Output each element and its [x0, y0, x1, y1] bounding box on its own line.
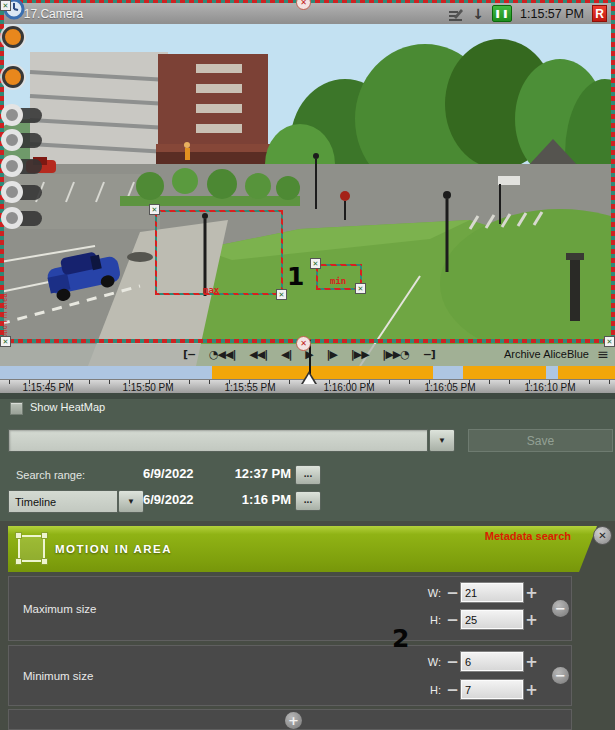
height-label: H:: [419, 614, 441, 626]
increment-button[interactable]: +: [524, 681, 539, 699]
playback-time: 1:15:57 PM: [520, 7, 584, 21]
save-button[interactable]: Save: [468, 429, 613, 452]
min-width-input[interactable]: [460, 651, 524, 672]
panel-title: MOTION IN AREA: [55, 543, 172, 555]
from-date: 6/9/2022: [143, 466, 194, 482]
next-event-button[interactable]: |▶▶◔: [382, 344, 409, 366]
search-mode-dropdown-icon[interactable]: ▼: [118, 490, 144, 513]
increment-button[interactable]: +: [524, 653, 539, 671]
to-date-browse-button[interactable]: ...: [295, 491, 321, 511]
annotation-2: 2: [392, 624, 409, 653]
region-handle-bl[interactable]: ✕: [0, 336, 11, 347]
stream-toggle-active-2[interactable]: [2, 66, 24, 88]
min-rect-handle-tl[interactable]: ✕: [310, 258, 321, 269]
video-frame: [0, 24, 615, 366]
search-to-datetime: 6/9/2022 1:16 PM: [143, 492, 291, 508]
min-height-input[interactable]: [460, 679, 524, 700]
minimum-size-row: Minimum size W: − + H: − + −: [8, 645, 572, 706]
increment-button[interactable]: +: [524, 584, 539, 602]
region-delete-icon-bottom[interactable]: ✕: [296, 336, 311, 351]
recording-segment: [463, 366, 546, 379]
tick-label: 1:15:55 PM: [205, 382, 295, 393]
min-rect-handle-br[interactable]: ✕: [355, 283, 366, 294]
min-rect-label: min: [330, 276, 346, 286]
max-rect-label: max: [203, 285, 219, 295]
area-select-icon: [18, 535, 45, 562]
jump-end-button[interactable]: −]: [423, 344, 435, 366]
decrement-button[interactable]: −: [445, 653, 460, 671]
max-width-input[interactable]: [460, 582, 524, 603]
region-handle-tl[interactable]: ✕: [0, 0, 11, 11]
camera-view[interactable]: ▽ 17.Camera ↓ ❚❚ 1:15:57 PM R Motion in …: [0, 0, 615, 366]
stream-toggle-2[interactable]: [0, 129, 46, 151]
search-from-datetime: 6/9/2022 12:37 PM: [143, 466, 291, 482]
tick-label: 1:15:45 PM: [3, 382, 93, 393]
record-badge: R: [592, 5, 607, 22]
max-height-input[interactable]: [460, 609, 524, 630]
jump-start-button[interactable]: [−: [183, 344, 195, 366]
archive-name[interactable]: Archive AliceBlue: [504, 348, 589, 360]
pause-button[interactable]: ❚❚: [492, 5, 512, 22]
export-icon[interactable]: ↓: [472, 6, 484, 22]
max-size-rect[interactable]: [155, 210, 283, 295]
playhead-marker-fill: [303, 374, 315, 384]
stream-toggle-3[interactable]: [0, 155, 46, 177]
row-label: Minimum size: [23, 670, 93, 682]
stream-toggle-4[interactable]: [0, 181, 46, 203]
width-label: W:: [419, 587, 441, 599]
width-label: W:: [419, 656, 441, 668]
metadata-search-tag: Metadata search: [485, 530, 571, 542]
remove-row-button[interactable]: −: [552, 600, 569, 617]
max-rect-handle-tl[interactable]: ✕: [149, 204, 160, 215]
max-rect-handle-br[interactable]: ✕: [276, 289, 287, 300]
search-range-label: Search range:: [16, 469, 85, 481]
to-time: 1:16 PM: [242, 492, 291, 508]
show-heatmap-checkbox[interactable]: [10, 402, 23, 415]
from-date-browse-button[interactable]: ...: [295, 465, 321, 485]
recording-segment: [212, 366, 433, 379]
decrement-button[interactable]: −: [445, 681, 460, 699]
annotation-1: 1: [287, 262, 304, 291]
decrement-button[interactable]: −: [445, 611, 460, 629]
metadata-search-panel: MOTION IN AREA Metadata search ✕ Maximum…: [0, 521, 615, 730]
decrement-button[interactable]: −: [445, 584, 460, 602]
region-border-right: [611, 0, 615, 344]
stream-toggle-1[interactable]: [0, 104, 46, 126]
show-heatmap-label: Show HeatMap: [30, 401, 105, 413]
app-root: ▽ 17.Camera ↓ ❚❚ 1:15:57 PM R Motion in …: [0, 0, 615, 730]
height-label: H:: [419, 684, 441, 696]
add-row-strip: +: [8, 709, 572, 730]
bar-menu-icon[interactable]: ≡: [597, 346, 609, 362]
tick-label: 1:16:05 PM: [405, 382, 495, 393]
fast-forward-button[interactable]: |▶▶: [351, 344, 369, 366]
search-mode-select[interactable]: Timeline: [8, 490, 118, 513]
increment-button[interactable]: +: [524, 611, 539, 629]
motion-in-area-header: MOTION IN AREA Metadata search: [8, 526, 597, 572]
tick-label: 1:16:10 PM: [505, 382, 595, 393]
to-date: 6/9/2022: [143, 492, 194, 508]
remove-row-button[interactable]: −: [552, 667, 569, 684]
annotate-icon[interactable]: [448, 7, 464, 21]
region-handle-br[interactable]: ✕: [604, 336, 615, 347]
preset-dropdown-icon[interactable]: ▼: [429, 429, 455, 452]
camera-title: 17.Camera: [24, 7, 83, 21]
step-back-button[interactable]: ◀|: [281, 344, 291, 366]
step-forward-button[interactable]: |▶: [326, 344, 336, 366]
close-icon[interactable]: ✕: [593, 526, 612, 545]
divider: [0, 393, 615, 399]
row-label: Maximum size: [23, 603, 96, 615]
tick-label: 1:16:00 PM: [304, 382, 394, 393]
from-time: 12:37 PM: [235, 466, 291, 482]
fast-rewind-button[interactable]: ◀◀|: [249, 344, 267, 366]
maximum-size-row: Maximum size W: − + H: − + −: [8, 576, 572, 641]
stream-toggle-active-1[interactable]: [2, 26, 24, 48]
stream-toggle-5[interactable]: [0, 207, 46, 229]
preset-combobox[interactable]: [8, 429, 428, 452]
add-row-button[interactable]: +: [285, 712, 302, 729]
prev-event-button[interactable]: ◔◀◀|: [209, 344, 236, 366]
recording-segment: [558, 366, 615, 379]
tick-label: 1:15:50 PM: [103, 382, 193, 393]
